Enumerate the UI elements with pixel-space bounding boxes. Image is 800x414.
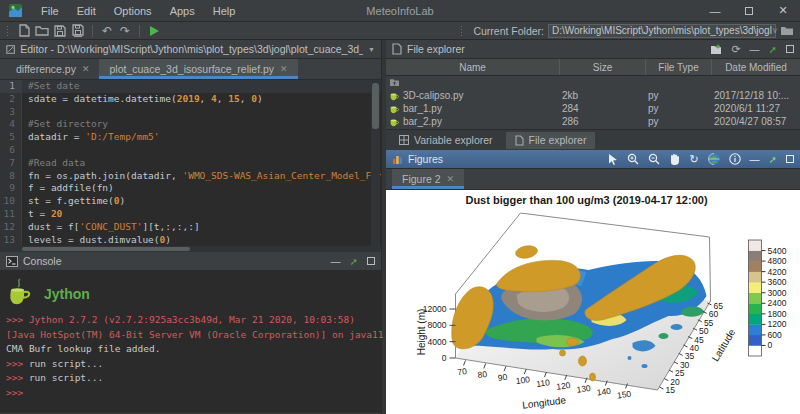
minimize-panel-icon[interactable]: — (750, 154, 760, 165)
detach-panel-icon[interactable]: ➚ (769, 44, 777, 55)
file-name: bar_1.py (403, 103, 442, 114)
code-text: #Set directory (22, 118, 108, 131)
file-type: py (646, 103, 712, 114)
current-folder-input[interactable]: D:\Working\MIScript\Jython\mis\plot_type… (548, 24, 776, 38)
code-text: levels = dust.dimvalue(0) (22, 234, 171, 246)
code-line[interactable]: 10st = f.gettime(0) (0, 195, 381, 208)
editor-icon (6, 44, 15, 55)
maximize-panel-icon[interactable] (786, 45, 794, 53)
tab-label: File explorer (529, 134, 587, 146)
scrollbar-thumb[interactable] (22, 247, 190, 251)
close-tab-icon[interactable]: ✕ (447, 174, 455, 184)
svg-text:4000: 4000 (428, 337, 447, 347)
run-script-button[interactable] (145, 23, 163, 39)
file-row[interactable]: 3D-calipso.py2kbpy2017/12/18 10:... (386, 89, 800, 102)
detach-panel-icon[interactable]: ➚ (350, 256, 358, 267)
redo-button[interactable]: ↷ (116, 23, 134, 39)
tab-difference-py[interactable]: difference.py ✕ (6, 59, 99, 79)
menu-edit[interactable]: Edit (68, 5, 105, 17)
detach-panel-icon[interactable]: ➚ (769, 154, 777, 165)
select-cursor-icon[interactable] (608, 154, 618, 165)
maximize-button[interactable] (732, 5, 766, 17)
code-text: fn = os.path.join(datadir, 'WMO_SDS-WAS_… (22, 170, 381, 183)
code-editor[interactable]: 1#Set date2sdate = datetime.datetime(201… (0, 80, 381, 246)
minimize-button[interactable]: — (698, 5, 732, 17)
file-size: 286 (560, 116, 646, 127)
current-folder-label: Current Folder: (473, 25, 544, 37)
zoom-out-icon[interactable] (648, 153, 660, 165)
code-line[interactable]: 6 (0, 144, 381, 157)
code-line[interactable]: 5datadir = 'D:/Temp/mm5' (0, 131, 381, 144)
minimize-panel-icon[interactable]: — (750, 44, 760, 55)
file-row[interactable]: bar_2.py286py2020/4/27 08:57 (386, 115, 800, 128)
info-icon[interactable] (729, 153, 741, 165)
maximize-panel-icon[interactable] (786, 155, 794, 163)
code-text: #Set date (22, 80, 79, 93)
column-header-file-type[interactable]: File Type (646, 59, 712, 75)
save-as-button[interactable] (69, 23, 87, 39)
editor-vertical-scrollbar[interactable] (371, 80, 380, 246)
variable-explorer-icon (399, 135, 409, 145)
code-line[interactable]: 2sdate = datetime.datetime(2019, 4, 15, … (0, 93, 381, 106)
code-line[interactable]: 8fn = os.path.join(datadir, 'WMO_SDS-WAS… (0, 170, 381, 183)
undo-button[interactable]: ↶ (98, 23, 116, 39)
file-row[interactable]: bar_1.py284py2020/6/1 11:27 (386, 102, 800, 115)
editor-title-dropdown-icon[interactable]: ▼ (368, 46, 375, 53)
open-file-button[interactable] (33, 23, 51, 39)
new-file-button[interactable] (15, 23, 33, 39)
code-line[interactable]: 12dust = f['CONC_DUST'][t,:,:,:] (0, 221, 381, 234)
new-folder-icon[interactable] (710, 44, 722, 55)
figures-tab-row: Figure 2 ✕ (386, 169, 800, 190)
code-line[interactable]: 3 (0, 106, 381, 119)
rotate-icon[interactable]: ↻ (689, 153, 698, 166)
close-tab-icon[interactable]: ✕ (82, 64, 90, 74)
code-line[interactable]: 13levels = dust.dimvalue(0) (0, 234, 381, 246)
scrollbar-thumb[interactable] (372, 83, 379, 129)
code-line[interactable]: 7#Read data (0, 157, 381, 170)
file-table-header: Name Size File Type Date Modified (386, 59, 800, 76)
figure-canvas[interactable]: Dust bigger than 100 ug/m3 (2019-04-17 1… (386, 190, 800, 414)
menu-options[interactable]: Options (105, 5, 161, 17)
console-header: Console — ➚ (0, 252, 381, 271)
editor-panel: Editor - D:\Working\MIScript\Jython\mis\… (0, 40, 382, 252)
browse-folder-button[interactable] (780, 25, 794, 36)
tab-figure-2[interactable]: Figure 2 ✕ (392, 169, 464, 189)
menu-help[interactable]: Help (204, 5, 245, 17)
tab-file-explorer[interactable]: File explorer (506, 132, 596, 149)
maximize-panel-icon[interactable] (367, 257, 375, 265)
line-number: 7 (0, 157, 22, 170)
save-button[interactable] (51, 23, 69, 39)
console-output[interactable]: Jython >>> Jython 2.7.2 (v2.7.2:925a3cc3… (0, 271, 381, 413)
file-row[interactable] (386, 76, 800, 89)
minimize-panel-icon[interactable]: — (331, 256, 341, 267)
save-icon (54, 25, 66, 37)
file-explorer-panel: File explorer ⟳ — ➚ Name Size File Type … (386, 40, 800, 150)
console-line: [Java HotSpot(TM) 64-Bit Server VM (Orac… (6, 328, 375, 343)
zoom-in-icon[interactable] (627, 153, 639, 165)
figures-title: Figures (408, 153, 443, 165)
tab-variable-explorer[interactable]: Variable explorer (390, 132, 502, 149)
code-line[interactable]: 11t = 20 (0, 208, 381, 221)
column-header-date-modified[interactable]: Date Modified (712, 59, 800, 75)
pan-hand-icon[interactable] (669, 153, 680, 165)
close-button[interactable]: ✕ (766, 4, 800, 17)
column-header-name[interactable]: Name (386, 59, 560, 75)
code-line[interactable]: 9f = addfile(fn) (0, 182, 381, 195)
refresh-icon[interactable]: ⟳ (731, 43, 740, 56)
code-line[interactable]: 4#Set directory (0, 118, 381, 131)
globe-icon[interactable] (708, 153, 720, 165)
menu-file[interactable]: File (32, 5, 68, 17)
menu-apps[interactable]: Apps (161, 5, 204, 17)
line-number: 1 (0, 80, 22, 93)
svg-text:3000: 3000 (768, 288, 787, 298)
tab-plot-cuace-3d-isosurface-relief-py[interactable]: plot_cuace_3d_isosurface_relief.py ✕ (99, 59, 297, 79)
close-tab-icon[interactable]: ✕ (280, 64, 288, 74)
code-line[interactable]: 1#Set date (0, 80, 381, 93)
current-folder-value: D:\Working\MIScript\Jython\mis\plot_type… (552, 25, 772, 36)
line-number: 12 (0, 221, 22, 234)
code-text: st = f.gettime(0) (22, 195, 125, 208)
svg-text:4200: 4200 (768, 267, 787, 277)
column-header-size[interactable]: Size (560, 59, 646, 75)
chevron-down-icon[interactable]: ∨ (772, 26, 778, 35)
x-axis-label: Longitude (522, 394, 567, 410)
